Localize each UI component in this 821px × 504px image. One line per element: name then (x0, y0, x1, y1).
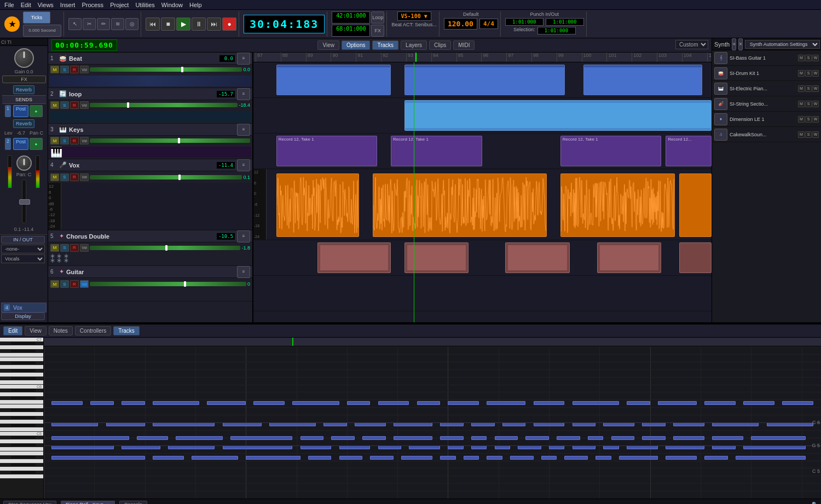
grid-note-64[interactable] (448, 445, 463, 449)
grid-note-49[interactable] (557, 436, 580, 440)
gain-knob[interactable] (14, 48, 34, 68)
track-3-vol-slider[interactable] (90, 138, 250, 143)
track-5-solo[interactable]: S (60, 244, 69, 252)
synth-w-1[interactable]: W (812, 70, 819, 77)
ci-tab[interactable]: CI (1, 39, 6, 45)
piano-key-7[interactable] (0, 365, 43, 369)
grid-note-45[interactable] (440, 436, 464, 440)
tool-btn-5[interactable]: ◎ (125, 18, 138, 30)
piano-key-26[interactable] (0, 439, 43, 444)
stop-btn[interactable]: ■ (161, 18, 175, 31)
piano-key-33[interactable] (0, 467, 43, 471)
clip-3-3[interactable]: Record 12, Take 1 (560, 136, 661, 166)
notes-btn[interactable]: Notes (49, 326, 73, 335)
track-4-write[interactable]: Vol (80, 173, 89, 181)
zoom-preset-select[interactable]: Custom (675, 40, 708, 49)
grid-note-46[interactable] (471, 436, 487, 440)
grid-note-0[interactable] (51, 401, 83, 405)
grid-note-41[interactable] (300, 436, 324, 440)
grid-note-11[interactable] (487, 401, 525, 405)
piano-key-0[interactable]: C7 (0, 338, 43, 342)
grid-note-40[interactable] (230, 436, 293, 440)
piano-key-23[interactable] (0, 427, 43, 432)
synth-s-3[interactable]: S (805, 101, 812, 107)
record-btn[interactable]: ● (222, 18, 236, 31)
grid-note-16[interactable] (704, 401, 736, 405)
clip-3-4[interactable]: Record 12... (666, 136, 712, 166)
track-1-write[interactable]: Vol (80, 66, 89, 73)
grid-note-3[interactable] (153, 401, 199, 405)
grid-note-15[interactable] (658, 401, 697, 405)
fx-toggle-btn[interactable]: FX (371, 25, 384, 37)
grid-note-60[interactable] (300, 445, 332, 449)
piano-key-2[interactable] (0, 345, 43, 350)
piano-key-11[interactable] (0, 380, 43, 385)
track-2-expand[interactable]: ≡ (237, 88, 250, 100)
grid-note-24[interactable] (323, 422, 347, 426)
grid-note-55[interactable] (751, 436, 805, 440)
grid-note-66[interactable] (495, 445, 510, 449)
grid-note-73[interactable] (712, 445, 736, 449)
menu-process[interactable]: Process (82, 2, 103, 8)
grid-note-7[interactable] (347, 401, 371, 405)
track-5-write[interactable]: Vol (80, 244, 89, 252)
tab-piano-roll[interactable]: Piano Roll - Keys × (61, 501, 115, 505)
menu-views[interactable]: Views (38, 2, 54, 8)
synth-automation-select[interactable]: Synth Automation Settings (745, 40, 820, 49)
grid-note-63[interactable] (409, 445, 440, 449)
synth-s-2[interactable]: S (805, 85, 812, 92)
clip-4-3[interactable] (560, 173, 675, 237)
grid-note-52[interactable] (642, 436, 666, 440)
volume-fader[interactable] (22, 179, 26, 223)
piano-key-31[interactable] (0, 459, 43, 464)
grid-note-54[interactable] (712, 436, 743, 440)
piano-key-16[interactable] (0, 400, 43, 404)
grid-note-4[interactable] (207, 401, 246, 405)
clip-1-2[interactable] (404, 65, 565, 95)
piano-key-5[interactable] (0, 357, 43, 362)
track-1-expand[interactable]: ≡ (237, 53, 250, 65)
logo-button[interactable]: ★ (4, 16, 20, 32)
menu-help[interactable]: Help (189, 2, 202, 8)
send-enable-2[interactable]: ● (30, 138, 43, 150)
grid-note-78[interactable] (246, 456, 300, 460)
grid-note-56[interactable] (51, 445, 114, 449)
track-2-mute[interactable]: M (50, 101, 59, 109)
clip-4-4[interactable] (679, 173, 712, 237)
grid-note-71[interactable] (627, 445, 658, 449)
tracks-btn[interactable]: Tracks (372, 40, 398, 50)
grid-note-12[interactable] (534, 401, 565, 405)
grid-note-61[interactable] (339, 445, 371, 449)
grid-note-75[interactable] (51, 456, 144, 460)
synth-m-3[interactable]: M (798, 101, 805, 107)
track-6-expand[interactable]: ≡ (237, 266, 250, 278)
grid-note-33[interactable] (642, 422, 666, 426)
grid-note-90[interactable] (619, 456, 658, 460)
synth-s-1[interactable]: S (805, 70, 812, 77)
grid-note-83[interactable] (440, 456, 455, 460)
synth-w-2[interactable]: W (812, 85, 819, 92)
clip-5-3[interactable] (505, 242, 569, 273)
snap-val-btn[interactable]: 0.000 Second (23, 25, 61, 37)
synth-item-4[interactable]: ♦ Dimension LE 1 M S W (712, 112, 821, 127)
grid-note-18[interactable] (782, 401, 813, 405)
grid-note-39[interactable] (176, 436, 222, 440)
controllers-btn[interactable]: Controllers (75, 326, 111, 335)
grid-note-53[interactable] (673, 436, 704, 440)
grid-note-81[interactable] (370, 456, 394, 460)
grid-note-69[interactable] (573, 445, 596, 449)
grid-note-32[interactable] (603, 422, 634, 426)
grid-note-58[interactable] (168, 445, 215, 449)
grid-note-19[interactable] (51, 422, 98, 426)
tool-btn-4[interactable]: ≋ (111, 18, 124, 30)
menu-insert[interactable]: Insert (60, 2, 76, 8)
grid-note-77[interactable] (192, 456, 238, 460)
synth-close-btn[interactable]: × (738, 38, 743, 50)
in-out-btn[interactable]: IN / OUT (1, 236, 45, 244)
track-3-expand[interactable]: ≡ (237, 124, 250, 136)
grid-note-21[interactable] (153, 422, 215, 426)
grid-note-79[interactable] (308, 456, 332, 460)
grid-note-20[interactable] (106, 422, 145, 426)
track-4-expand[interactable]: ≡ (237, 159, 250, 171)
grid-note-68[interactable] (549, 445, 564, 449)
